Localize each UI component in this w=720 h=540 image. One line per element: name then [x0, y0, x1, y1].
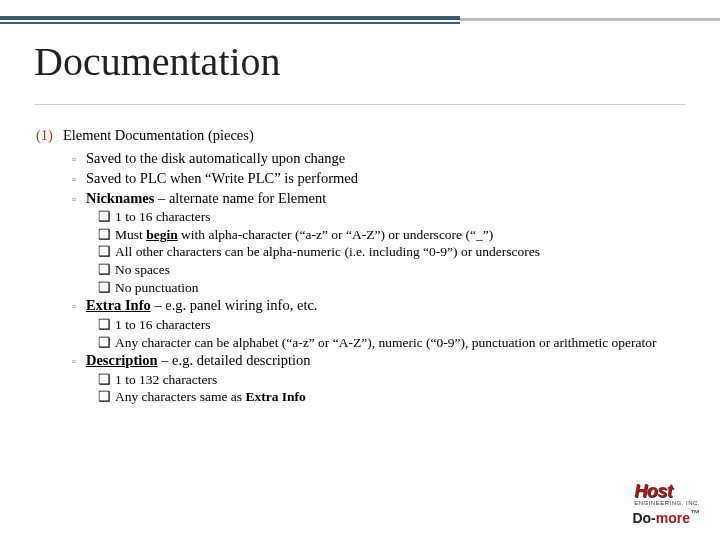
- bullet-icon: ▫: [72, 354, 76, 370]
- bullet-icon: ▫: [72, 192, 76, 208]
- list-text: No spaces: [115, 261, 170, 279]
- square-icon: ❑: [98, 279, 111, 297]
- list-text: Nicknames – alternate name for Element: [86, 189, 326, 208]
- square-icon: ❑: [98, 388, 111, 406]
- list-level3: ❑ No punctuation: [36, 279, 684, 297]
- host-logo: Host ENGINEERING, INC.: [634, 481, 700, 506]
- list-level3: ❑ No spaces: [36, 261, 684, 279]
- list-level3: ❑ Must begin with alpha-character (“a-z”…: [36, 226, 684, 244]
- bullet-icon: ▫: [72, 152, 76, 168]
- list-text: Extra Info – e.g. panel wiring info, etc…: [86, 296, 318, 315]
- list-text: 1 to 132 characters: [115, 371, 217, 389]
- list-level3: ❑ All other characters can be alpha-nume…: [36, 243, 684, 261]
- list-level1: (1) Element Documentation (pieces): [36, 126, 684, 145]
- title-rule: [34, 104, 686, 105]
- list-text: Saved to PLC when “Write PLC” is perform…: [86, 169, 358, 188]
- square-icon: ❑: [98, 208, 111, 226]
- content-body: (1) Element Documentation (pieces) ▫ Sav…: [36, 126, 684, 406]
- list-text: All other characters can be alpha-numeri…: [115, 243, 540, 261]
- square-icon: ❑: [98, 316, 111, 334]
- list-text: Description – e.g. detailed description: [86, 351, 311, 370]
- list-text: No punctuation: [115, 279, 199, 297]
- list-text: Saved to the disk automatically upon cha…: [86, 149, 345, 168]
- list-level2: ▫ Description – e.g. detailed descriptio…: [36, 351, 684, 370]
- domore-logo: Do-more™: [632, 508, 700, 526]
- bullet-icon: ▫: [72, 299, 76, 315]
- list-level3: ❑ Any character can be alphabet (“a-z” o…: [36, 334, 684, 352]
- list-text: 1 to 16 characters: [115, 208, 211, 226]
- square-icon: ❑: [98, 334, 111, 352]
- bullet-icon: ▫: [72, 172, 76, 188]
- square-icon: ❑: [98, 226, 111, 244]
- square-icon: ❑: [98, 243, 111, 261]
- list-text: Element Documentation (pieces): [63, 126, 254, 145]
- slide: Documentation (1) Element Documentation …: [0, 0, 720, 540]
- list-text: Any characters same as Extra Info: [115, 388, 306, 406]
- list-level3: ❑ 1 to 16 characters: [36, 208, 684, 226]
- list-level2: ▫ Saved to PLC when “Write PLC” is perfo…: [36, 169, 684, 188]
- list-text: Must begin with alpha-character (“a-z” o…: [115, 226, 493, 244]
- square-icon: ❑: [98, 261, 111, 279]
- list-number: (1): [36, 126, 53, 145]
- list-level2: ▫ Nicknames – alternate name for Element: [36, 189, 684, 208]
- list-level2: ▫ Saved to the disk automatically upon c…: [36, 149, 684, 168]
- list-text: 1 to 16 characters: [115, 316, 211, 334]
- list-text: Any character can be alphabet (“a-z” or …: [115, 334, 657, 352]
- page-title: Documentation: [34, 38, 281, 85]
- list-level3: ❑ 1 to 16 characters: [36, 316, 684, 334]
- list-level2: ▫ Extra Info – e.g. panel wiring info, e…: [36, 296, 684, 315]
- top-accent-bar: [0, 16, 720, 24]
- footer-logos: Host ENGINEERING, INC. Do-more™: [632, 481, 700, 526]
- list-level3: ❑ 1 to 132 characters: [36, 371, 684, 389]
- list-level3: ❑ Any characters same as Extra Info: [36, 388, 684, 406]
- square-icon: ❑: [98, 371, 111, 389]
